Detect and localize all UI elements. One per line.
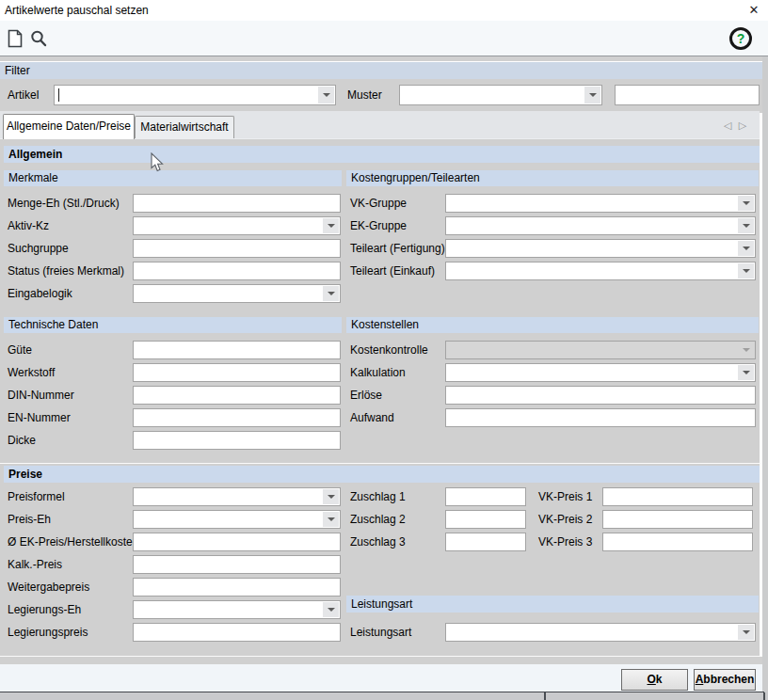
kalkulation-label: Kalkulation <box>350 363 406 382</box>
allgemein-section-header: Allgemein <box>4 146 760 163</box>
menge-eh-label: Menge-Eh (Stl./Druck) <box>8 194 120 213</box>
search-icon[interactable] <box>29 29 48 48</box>
legierungs-eh-label: Legierungs-Eh <box>8 600 81 619</box>
ok-button[interactable]: Ok <box>621 669 688 691</box>
ek-preis-herstellkosten-input[interactable] <box>133 533 341 551</box>
werkstoff-input[interactable] <box>133 363 341 382</box>
zuschlag-2-label: Zuschlag 2 <box>350 510 406 529</box>
close-icon[interactable]: ✕ <box>745 2 762 19</box>
legierungspreis-label: Legierungspreis <box>8 623 88 642</box>
erloese-input[interactable] <box>445 386 756 405</box>
dropdown-arrow-icon[interactable] <box>318 87 334 103</box>
leistungsart-section-header: Leistungsart <box>346 596 759 612</box>
teileart-einkauf-combobox[interactable] <box>445 262 756 280</box>
dropdown-arrow-icon[interactable] <box>738 241 754 256</box>
eingabelogik-combobox[interactable] <box>133 284 341 303</box>
aktiv-kz-combobox[interactable] <box>133 216 341 235</box>
artikel-combobox[interactable] <box>54 85 336 105</box>
zuschlag-3-input[interactable] <box>445 533 526 551</box>
vk-preis-2-input[interactable] <box>602 510 753 529</box>
dicke-input[interactable] <box>133 431 341 450</box>
aufwand-input[interactable] <box>445 408 756 427</box>
artikel-label: Artikel <box>8 86 39 104</box>
eingabelogik-label: Eingabelogik <box>8 284 72 303</box>
vk-preis-1-label: VK-Preis 1 <box>538 487 592 506</box>
vk-preis-3-input[interactable] <box>602 533 753 551</box>
title-bar: Artikelwerte pauschal setzen ✕ <box>0 0 768 21</box>
leistungsart-label: Leistungsart <box>350 623 411 642</box>
dropdown-arrow-icon[interactable] <box>323 286 339 301</box>
dropdown-arrow-icon[interactable] <box>323 602 339 617</box>
legierungspreis-input[interactable] <box>133 623 341 642</box>
status-label: Status (freies Merkmal) <box>8 262 124 280</box>
tab-materialwirtschaft[interactable]: Materialwirtschaft <box>135 116 234 138</box>
zuschlag-2-input[interactable] <box>445 510 526 529</box>
teileart-fertigung-label: Teileart (Fertigung) <box>350 239 445 258</box>
new-document-icon[interactable] <box>6 29 24 48</box>
tab-allgemeine-daten-preise[interactable]: Allgemeine Daten/Preise <box>3 114 135 139</box>
vk-preis-1-input[interactable] <box>602 487 753 506</box>
dropdown-arrow-icon[interactable] <box>738 365 754 380</box>
guete-input[interactable] <box>133 341 341 359</box>
dropdown-arrow-icon[interactable] <box>738 218 754 233</box>
tab-scroll-right-icon[interactable]: ▷ <box>736 119 749 133</box>
din-nummer-input[interactable] <box>133 386 341 405</box>
help-icon[interactable]: ? <box>729 27 752 50</box>
leistungsart-combobox[interactable] <box>445 623 756 642</box>
right-margin <box>762 56 768 700</box>
preis-eh-combobox[interactable] <box>133 510 341 529</box>
aufwand-label: Aufwand <box>350 408 394 427</box>
content-bottom-edge <box>0 656 762 657</box>
dropdown-arrow-icon[interactable] <box>584 87 600 103</box>
kostenstellen-section-header: Kostenstellen <box>346 317 759 333</box>
muster-combobox[interactable] <box>399 85 602 105</box>
dropdown-arrow-icon[interactable] <box>738 263 754 278</box>
muster-text-input[interactable] <box>615 85 760 105</box>
muster-label: Muster <box>347 86 382 104</box>
kalk-preis-input[interactable] <box>133 555 341 574</box>
kostenkontrolle-label: Kostenkontrolle <box>350 341 428 359</box>
bottom-strip-tick <box>544 692 546 700</box>
teileart-fertigung-combobox[interactable] <box>445 239 756 258</box>
preisformel-combobox[interactable] <box>133 487 341 506</box>
suchgruppe-label: Suchgruppe <box>8 239 69 258</box>
tab-scroll-left-icon[interactable]: ◁ <box>721 119 734 133</box>
vk-gruppe-combobox[interactable] <box>445 194 756 213</box>
weitergabepreis-input[interactable] <box>133 578 341 597</box>
preis-eh-label: Preis-Eh <box>8 510 51 529</box>
dropdown-arrow-icon[interactable] <box>738 196 754 211</box>
zuschlag-1-input[interactable] <box>445 487 526 506</box>
dicke-label: Dicke <box>8 431 36 450</box>
en-nummer-input[interactable] <box>133 408 341 427</box>
menge-eh-input[interactable] <box>133 194 341 213</box>
bottom-strip-right-tick <box>763 692 765 700</box>
ek-gruppe-combobox[interactable] <box>445 216 756 235</box>
weitergabepreis-label: Weitergabepreis <box>8 578 89 597</box>
teileart-einkauf-label: Teileart (Einkauf) <box>350 262 435 280</box>
ek-preis-herstellkosten-label: Ø EK-Preis/Herstellkosten <box>8 533 138 551</box>
dropdown-arrow-icon[interactable] <box>323 489 339 504</box>
legierungs-eh-combobox[interactable] <box>133 600 341 619</box>
kalkulation-combobox[interactable] <box>445 363 756 382</box>
guete-label: Güte <box>8 341 32 359</box>
ek-gruppe-label: EK-Gruppe <box>350 216 407 235</box>
suchgruppe-input[interactable] <box>133 239 341 258</box>
vk-preis-3-label: VK-Preis 3 <box>538 533 592 551</box>
zuschlag-3-label: Zuschlag 3 <box>350 533 406 551</box>
kostenkontrolle-combobox <box>445 341 756 359</box>
werkstoff-label: Werkstoff <box>8 363 55 382</box>
dropdown-arrow-icon[interactable] <box>323 218 339 233</box>
din-nummer-label: DIN-Nummer <box>8 386 74 405</box>
en-nummer-label: EN-Nummer <box>8 408 71 427</box>
kostengruppen-section-header: Kostengruppen/Teilearten <box>346 170 759 186</box>
erloese-label: Erlöse <box>350 386 382 405</box>
merkmale-section-header: Merkmale <box>4 170 342 186</box>
dropdown-arrow-icon[interactable] <box>738 625 754 640</box>
preise-section-header: Preise <box>4 466 760 483</box>
abbrechen-button[interactable]: Abbrechen <box>694 669 756 691</box>
toolbar: ? <box>0 21 768 56</box>
filter-section-header: Filter <box>0 61 762 79</box>
section-separator <box>0 463 760 464</box>
dropdown-arrow-icon[interactable] <box>323 512 339 527</box>
status-input[interactable] <box>133 262 341 280</box>
